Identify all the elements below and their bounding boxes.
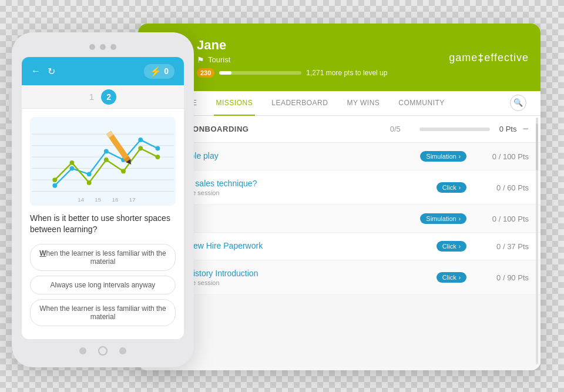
answer-option-3[interactable]: When the learner is less familiar with t… (30, 299, 176, 326)
mission-progress-bar (419, 128, 490, 131)
course-row[interactable]: Retention role play Simulation › 0 / 100… (138, 143, 540, 170)
tablet-nav: GAME ZONE MISSIONS LEADERBOARD MY WINS C… (138, 91, 540, 116)
svg-point-32 (156, 155, 160, 159)
course-pts: 0 / 100 Pts (476, 152, 529, 161)
svg-text:16: 16 (112, 196, 119, 203)
lightning-badge: ⚡ 0 (144, 64, 174, 79)
phone-progress: 1 2 (22, 85, 184, 109)
course-pts: 0 / 37 Pts (476, 242, 529, 251)
course-row[interactable]: Company History Introduction Click to ta… (138, 260, 540, 295)
scene: Jane ⚑ Tourist 230 1,271 more pts to lev… (0, 0, 564, 392)
top-dot-3 (110, 44, 116, 50)
top-dot-1 (89, 44, 95, 50)
xp-badge: 230 (197, 68, 214, 78)
mission-pts: 0 Pts (499, 125, 517, 133)
xp-text: 1,271 more pts to level up (306, 69, 387, 77)
course-row[interactable]: What's your sales technique? Click to ta… (138, 170, 540, 205)
svg-point-24 (138, 138, 143, 142)
nav-search[interactable]: 🔍 (508, 91, 529, 116)
nav-leaderboard[interactable]: LEADERBOARD (269, 91, 330, 116)
scrollbar-thumb (536, 123, 538, 170)
bold-w: W (39, 249, 46, 257)
svg-point-31 (138, 146, 143, 151)
level-label: Tourist (208, 55, 230, 64)
course-badge[interactable]: Simulation › (420, 213, 466, 224)
flag-icon: ⚑ (197, 55, 204, 65)
badge-label: Simulation (426, 153, 456, 160)
svg-point-26 (52, 177, 57, 182)
answer-option-1[interactable]: When the learner is less familiar with t… (30, 244, 176, 271)
chevron-icon: › (459, 185, 461, 191)
svg-point-21 (87, 172, 92, 176)
nav-community[interactable]: COMMUNITY (396, 91, 447, 116)
phone: ← ↻ ⚡ 0 1 2 (12, 32, 194, 367)
course-row[interactable]: Onboarding Simulation › 0 / 100 Pts (138, 205, 540, 233)
nav-my-wins[interactable]: MY WINS (344, 91, 382, 116)
course-badge[interactable]: Click › (437, 182, 466, 193)
badge-label: Click (442, 274, 456, 281)
recent-button-hardware[interactable] (119, 347, 126, 354)
phone-bottom-buttons (79, 346, 126, 356)
svg-point-30 (121, 169, 126, 174)
svg-point-25 (156, 146, 160, 151)
svg-text:15: 15 (95, 196, 101, 203)
phone-card: 14 15 16 17 (22, 109, 184, 339)
course-badge[interactable]: Click › (437, 241, 466, 252)
svg-point-29 (104, 158, 109, 162)
tablet-content[interactable]: NEW HIRE ONBOARDING 0/5 0 Pts − Retentio… (138, 116, 540, 370)
badge-label: Click (442, 243, 456, 250)
tablet-scrollbar[interactable] (536, 118, 538, 364)
course-pts: 0 / 90 Pts (476, 273, 529, 282)
course-badge[interactable]: Click › (437, 272, 466, 283)
mission-header: NEW HIRE ONBOARDING 0/5 0 Pts − (138, 116, 540, 143)
refresh-button[interactable]: ↻ (48, 66, 55, 77)
card-question: When is it better to use shorter spaces … (30, 213, 176, 236)
svg-text:17: 17 (129, 196, 136, 203)
search-icon[interactable]: 🔍 (510, 95, 526, 111)
home-button-hardware[interactable] (98, 346, 108, 356)
svg-rect-8 (32, 117, 173, 206)
badge-label: Click (442, 184, 456, 191)
course-pts: 0 / 60 Pts (476, 183, 529, 192)
course-badge[interactable]: Simulation › (420, 151, 466, 162)
chevron-icon: › (459, 153, 461, 160)
svg-text:14: 14 (78, 196, 84, 203)
xp-bar-row: 230 1,271 more pts to level up (197, 68, 529, 78)
card-image: 14 15 16 17 (30, 117, 176, 206)
course-row[interactable]: Complete New Hire Paperwork Click › 0 / … (138, 233, 540, 260)
back-button[interactable]: ← (31, 66, 41, 76)
lightning-count: 0 (164, 66, 169, 76)
badge-label: Simulation (426, 215, 456, 222)
back-button-hardware[interactable] (79, 347, 86, 354)
answer-option-2[interactable]: Always use long intervals anyway (30, 276, 176, 294)
lightning-icon: ⚡ (150, 66, 162, 77)
step-1: 1 (89, 92, 94, 102)
xp-fill (219, 71, 231, 75)
course-pts: 0 / 100 Pts (476, 215, 529, 223)
brand-logo: game‡effective (449, 51, 529, 63)
mission-progress: 0/5 (390, 125, 401, 133)
svg-point-28 (87, 180, 92, 185)
top-dot-2 (100, 44, 106, 50)
phone-top-indicators (19, 44, 187, 50)
chevron-icon: › (459, 243, 461, 250)
phone-screen: ← ↻ ⚡ 0 1 2 (22, 57, 184, 339)
mission-collapse-button[interactable]: − (522, 123, 529, 135)
svg-point-22 (104, 149, 109, 153)
user-name: Jane (197, 38, 529, 53)
chevron-icon: › (459, 274, 461, 281)
svg-point-27 (70, 160, 75, 165)
tablet: Jane ⚑ Tourist 230 1,271 more pts to lev… (138, 24, 540, 370)
svg-point-19 (52, 183, 57, 188)
chevron-icon: › (459, 216, 461, 222)
nav-missions[interactable]: MISSIONS (214, 91, 256, 116)
phone-toolbar: ← ↻ ⚡ 0 (22, 57, 184, 85)
svg-point-20 (70, 166, 75, 171)
xp-bar (219, 71, 301, 75)
step-2-active: 2 (101, 89, 116, 105)
tablet-header: Jane ⚑ Tourist 230 1,271 more pts to lev… (138, 24, 540, 91)
